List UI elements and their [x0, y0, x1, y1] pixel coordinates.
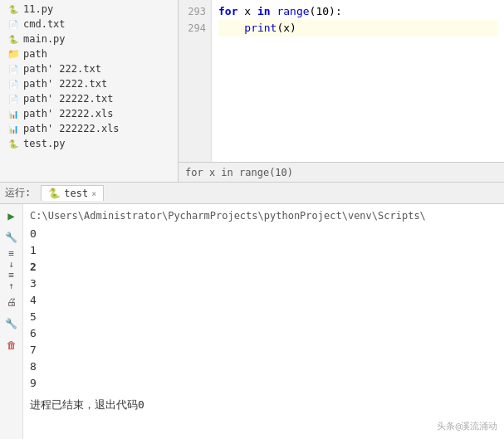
file-name: path' 222.txt [23, 63, 101, 75]
scroll-up-button[interactable]: ≡↑ [3, 272, 20, 289]
file-icon: 📊 [7, 122, 20, 135]
run-end-text: 进程已结束，退出代码0 [30, 397, 497, 413]
print-button[interactable]: 🖨 [3, 294, 20, 310]
code-line[interactable]: for x in range(10): [218, 3, 497, 20]
run-label: 运行: [5, 186, 31, 200]
file-name: test.py [23, 138, 66, 149]
file-icon: 📄 [7, 77, 20, 90]
output-number: 2 [30, 259, 497, 276]
status-text: for x in range(10) [185, 167, 293, 178]
output-number: 3 [30, 276, 497, 292]
scroll-down-button[interactable]: ≡↓ [3, 251, 20, 267]
file-name: path [23, 48, 47, 60]
wrench-button[interactable]: 🔧 [3, 315, 20, 332]
file-item[interactable]: 📄cmd.txt [0, 17, 178, 32]
file-icon: 📄 [7, 17, 20, 31]
line-numbers: 293294 [179, 0, 212, 162]
code-line[interactable]: print(x) [218, 20, 497, 37]
watermark: 头条@溪流涌动 [437, 420, 497, 432]
file-item[interactable]: 🐍main.py [0, 32, 178, 46]
settings-button[interactable]: 🔧 [3, 229, 20, 246]
file-name: cmd.txt [23, 18, 66, 30]
run-tab[interactable]: 🐍 test × [41, 185, 104, 201]
output-number: 8 [30, 359, 497, 375]
file-name: main.py [23, 33, 66, 45]
line-number: 293 [179, 3, 206, 20]
file-icon: 🐍 [7, 32, 20, 46]
file-item[interactable]: 📄path' 22222.txt [0, 91, 178, 106]
file-icon: 🐍 [7, 137, 20, 150]
run-panel: 运行: 🐍 test × ▶ 🔧 ≡↓ ≡↑ 🖨 🔧 🗑 C:\Users\Ad… [0, 183, 504, 439]
code-editor: 293294 for x in range(10): print(x) for … [179, 0, 504, 182]
tab-python-icon: 🐍 [48, 188, 61, 199]
file-icon: 📄 [7, 62, 20, 76]
run-path: C:\Users\Administrator\PycharmProjects\p… [30, 207, 497, 224]
code-lines[interactable]: for x in range(10): print(x) [212, 0, 504, 162]
file-name: path' 222222.xls [23, 123, 120, 134]
file-item[interactable]: 📁path [0, 46, 178, 61]
tab-name: test [64, 188, 88, 199]
output-number: 4 [30, 292, 497, 309]
file-name: path' 2222.txt [23, 78, 107, 90]
run-button[interactable]: ▶ [3, 207, 20, 224]
file-item[interactable]: 🐍test.py [0, 136, 178, 151]
file-item[interactable]: 📄path' 222.txt [0, 61, 178, 76]
run-header: 运行: 🐍 test × [0, 183, 504, 204]
file-tree: 🐍11.py📄cmd.txt🐍main.py📁path📄path' 222.tx… [0, 0, 179, 182]
delete-button[interactable]: 🗑 [3, 337, 20, 354]
file-icon: 📁 [7, 47, 20, 61]
file-name: path' 22222.txt [23, 93, 113, 105]
output-number: 7 [30, 342, 497, 359]
tab-close-icon[interactable]: × [91, 189, 96, 198]
file-icon: 📊 [7, 107, 20, 120]
run-body: ▶ 🔧 ≡↓ ≡↑ 🖨 🔧 🗑 C:\Users\Administrator\P… [0, 204, 504, 439]
line-number: 294 [179, 20, 206, 37]
file-item[interactable]: 📊path' 222222.xls [0, 121, 178, 136]
file-item[interactable]: 📄path' 2222.txt [0, 76, 178, 91]
file-item[interactable]: 📊path' 22222.xls [0, 106, 178, 121]
file-item[interactable]: 🐍11.py [0, 2, 178, 17]
file-icon: 🐍 [7, 2, 20, 16]
run-output: C:\Users\Administrator\PycharmProjects\p… [23, 204, 504, 439]
output-number: 9 [30, 375, 497, 392]
run-toolbar: ▶ 🔧 ≡↓ ≡↑ 🖨 🔧 🗑 [0, 204, 23, 439]
output-number: 0 [30, 226, 497, 242]
editor-status-bar: for x in range(10) [179, 162, 504, 182]
file-icon: 📄 [7, 92, 20, 105]
output-number: 6 [30, 325, 497, 342]
file-name: 11.py [23, 3, 53, 15]
file-name: path' 22222.xls [23, 108, 113, 120]
output-number: 5 [30, 309, 497, 325]
output-number: 1 [30, 242, 497, 259]
